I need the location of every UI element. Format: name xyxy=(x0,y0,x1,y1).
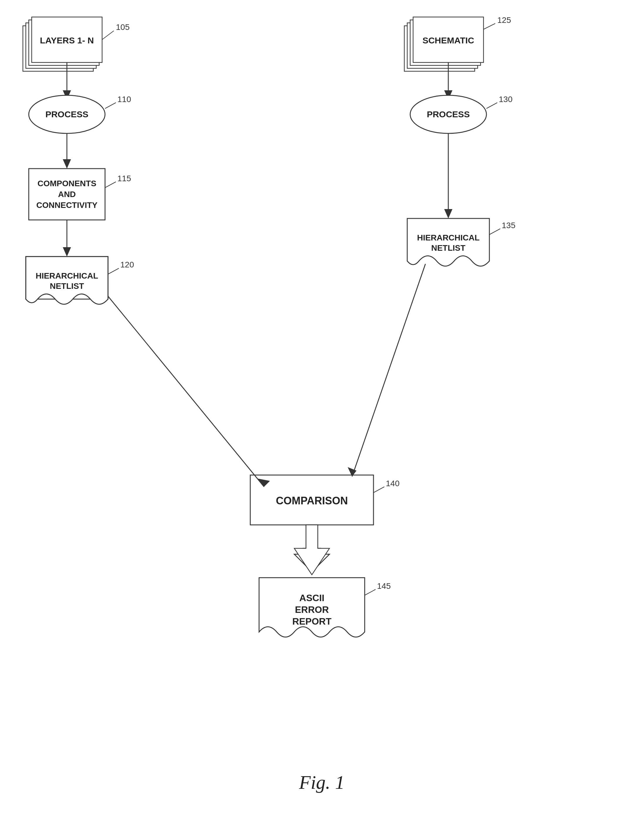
svg-text:NETLIST: NETLIST xyxy=(50,282,84,291)
layers-label: LAYERS 1- N xyxy=(40,35,94,45)
ref-130: 130 xyxy=(499,95,512,104)
process-left-label: PROCESS xyxy=(46,109,89,119)
ref-115: 115 xyxy=(117,174,131,183)
svg-text:REPORT: REPORT xyxy=(292,616,331,627)
ref-105: 105 xyxy=(116,23,130,32)
svg-text:HIERARCHICAL: HIERARCHICAL xyxy=(35,271,98,280)
svg-text:ASCII: ASCII xyxy=(299,592,324,603)
schematic-label: SCHEMATIC xyxy=(423,35,474,45)
fig-label: Fig. 1 xyxy=(299,772,345,793)
svg-text:COMPONENTS: COMPONENTS xyxy=(38,179,97,188)
svg-text:ERROR: ERROR xyxy=(295,604,329,615)
svg-text:HIERARCHICAL: HIERARCHICAL xyxy=(417,233,479,242)
comparison-label: COMPARISON xyxy=(276,495,348,507)
ref-120: 120 xyxy=(120,260,134,269)
ref-145: 145 xyxy=(377,582,391,591)
ref-140: 140 xyxy=(386,479,400,488)
ref-110: 110 xyxy=(117,95,131,104)
process-right-label: PROCESS xyxy=(427,109,470,119)
svg-text:NETLIST: NETLIST xyxy=(431,243,466,253)
ref-125: 125 xyxy=(497,15,511,24)
ref-135: 135 xyxy=(502,221,515,230)
svg-text:CONNECTIVITY: CONNECTIVITY xyxy=(36,201,98,210)
svg-text:AND: AND xyxy=(58,190,76,199)
